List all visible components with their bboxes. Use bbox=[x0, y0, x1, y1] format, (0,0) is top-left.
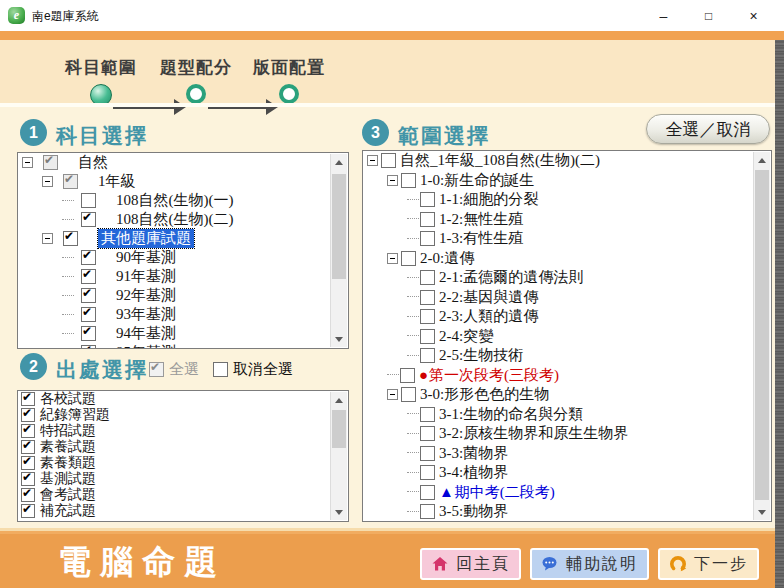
tree-node[interactable]: 108自然(生物)(一) bbox=[18, 191, 348, 210]
close-icon[interactable]: × bbox=[731, 0, 776, 31]
checkbox[interactable] bbox=[420, 485, 435, 500]
tree-node[interactable]: 其他題庫試題 bbox=[18, 229, 348, 248]
collapse-icon[interactable] bbox=[387, 389, 398, 400]
scroll-up-icon[interactable] bbox=[331, 392, 347, 408]
checkbox[interactable] bbox=[420, 348, 435, 363]
scrollbar[interactable] bbox=[330, 392, 347, 520]
checkbox[interactable] bbox=[420, 231, 435, 246]
tree-node[interactable]: 2-5:生物技術 bbox=[363, 346, 771, 366]
tree-node[interactable]: ●第一次段考(三段考) bbox=[363, 366, 771, 386]
checkbox[interactable] bbox=[420, 329, 435, 344]
tree-node[interactable]: 2-0:遺傳 bbox=[363, 249, 771, 269]
tree-node[interactable]: 93年基測 bbox=[18, 305, 348, 324]
collapse-icon[interactable] bbox=[42, 233, 53, 244]
list-item[interactable]: 會考試題 bbox=[18, 487, 348, 503]
checkbox[interactable] bbox=[81, 326, 96, 341]
checkbox[interactable] bbox=[43, 155, 58, 170]
checkbox[interactable] bbox=[401, 387, 416, 402]
checkbox[interactable] bbox=[21, 504, 35, 518]
tree-node[interactable]: 95年基測 bbox=[18, 343, 348, 349]
tree-node[interactable]: 1-3:有性生殖 bbox=[363, 229, 771, 249]
minimize-icon[interactable]: – bbox=[641, 0, 686, 31]
checkbox[interactable] bbox=[420, 446, 435, 461]
scrollbar-thumb[interactable] bbox=[755, 170, 769, 500]
checkbox[interactable] bbox=[63, 174, 78, 189]
tree-node[interactable]: 3-0:形形色色的生物 bbox=[363, 385, 771, 405]
tree-node[interactable]: 自然_1年級_108自然(生物)(二) bbox=[363, 151, 771, 171]
scroll-up-icon[interactable] bbox=[754, 152, 770, 168]
scrollbar-thumb[interactable] bbox=[332, 174, 346, 279]
checkbox[interactable] bbox=[401, 173, 416, 188]
checkbox[interactable] bbox=[21, 488, 35, 502]
checkbox[interactable] bbox=[420, 309, 435, 324]
tree-node[interactable]: 91年基測 bbox=[18, 267, 348, 286]
list-item[interactable]: 補充試題 bbox=[18, 503, 348, 519]
help-button[interactable]: 輔助說明 bbox=[530, 548, 649, 580]
tree-node[interactable]: 1-1:細胞的分裂 bbox=[363, 190, 771, 210]
scroll-down-icon[interactable] bbox=[754, 504, 770, 520]
deselect-all-checkbox[interactable] bbox=[213, 362, 228, 377]
checkbox[interactable] bbox=[420, 504, 435, 519]
checkbox[interactable] bbox=[63, 231, 78, 246]
collapse-icon[interactable] bbox=[387, 253, 398, 264]
checkbox[interactable] bbox=[81, 288, 96, 303]
checkbox[interactable] bbox=[420, 465, 435, 480]
checkbox[interactable] bbox=[381, 153, 396, 168]
collapse-icon[interactable] bbox=[22, 157, 33, 168]
list-item[interactable]: 紀錄簿習題 bbox=[18, 407, 348, 423]
tree-node[interactable]: 92年基測 bbox=[18, 286, 348, 305]
checkbox[interactable] bbox=[21, 392, 35, 406]
scroll-down-icon[interactable] bbox=[331, 504, 347, 520]
list-item[interactable]: 各校試題 bbox=[18, 391, 348, 407]
home-button[interactable]: 回主頁 bbox=[420, 548, 521, 580]
checkbox[interactable] bbox=[420, 212, 435, 227]
toggle-all-button[interactable]: 全選／取消 bbox=[646, 114, 770, 144]
checkbox[interactable] bbox=[21, 408, 35, 422]
checkbox[interactable] bbox=[420, 407, 435, 422]
tree-node[interactable]: 108自然(生物)(二) bbox=[18, 210, 348, 229]
checkbox[interactable] bbox=[81, 212, 96, 227]
checkbox[interactable] bbox=[81, 269, 96, 284]
list-item[interactable]: 素養類題 bbox=[18, 455, 348, 471]
tree-node[interactable]: 1-0:新生命的誕生 bbox=[363, 171, 771, 191]
tree-node[interactable]: 3-2:原核生物界和原生生物界 bbox=[363, 424, 771, 444]
checkbox[interactable] bbox=[81, 345, 96, 349]
tree-node[interactable]: 94年基測 bbox=[18, 324, 348, 343]
list-item[interactable]: 基測試題 bbox=[18, 471, 348, 487]
checkbox[interactable] bbox=[420, 290, 435, 305]
list-item[interactable]: 素養試題 bbox=[18, 439, 348, 455]
scroll-up-icon[interactable] bbox=[331, 154, 347, 170]
tree-node[interactable]: 2-2:基因與遺傳 bbox=[363, 288, 771, 308]
collapse-icon[interactable] bbox=[367, 155, 378, 166]
scroll-down-icon[interactable] bbox=[331, 331, 347, 347]
checkbox[interactable] bbox=[400, 368, 415, 383]
checkbox[interactable] bbox=[401, 251, 416, 266]
maximize-icon[interactable]: □ bbox=[686, 0, 731, 31]
tree-node[interactable]: 3-6:認識古代的生物 bbox=[363, 522, 771, 523]
checkbox[interactable] bbox=[420, 270, 435, 285]
checkbox[interactable] bbox=[420, 426, 435, 441]
tree-node[interactable]: 自然 bbox=[18, 153, 348, 172]
checkbox[interactable] bbox=[81, 250, 96, 265]
list-item[interactable]: 特招試題 bbox=[18, 423, 348, 439]
select-all-checkbox[interactable] bbox=[149, 362, 164, 377]
tree-node[interactable]: 90年基測 bbox=[18, 248, 348, 267]
checkbox[interactable] bbox=[420, 192, 435, 207]
tree-node[interactable]: 2-3:人類的遺傳 bbox=[363, 307, 771, 327]
tree-node[interactable]: 2-4:突變 bbox=[363, 327, 771, 347]
checkbox[interactable] bbox=[81, 307, 96, 322]
next-button[interactable]: 下一步 bbox=[658, 548, 759, 580]
tree-node[interactable]: 3-1:生物的命名與分類 bbox=[363, 405, 771, 425]
collapse-icon[interactable] bbox=[42, 176, 53, 187]
tree-node[interactable]: 3-3:菌物界 bbox=[363, 444, 771, 464]
step-1[interactable]: 科目範圍 bbox=[51, 56, 151, 106]
step-3[interactable]: 版面配置 bbox=[239, 56, 339, 104]
checkbox[interactable] bbox=[21, 424, 35, 438]
tree-node[interactable]: ▲期中考(二段考) bbox=[363, 483, 771, 503]
checkbox[interactable] bbox=[21, 472, 35, 486]
tree-node[interactable]: 3-5:動物界 bbox=[363, 502, 771, 522]
scrollbar[interactable] bbox=[753, 152, 770, 520]
tree-node[interactable]: 1-2:無性生殖 bbox=[363, 210, 771, 230]
collapse-icon[interactable] bbox=[387, 175, 398, 186]
tree-node[interactable]: 2-1:孟德爾的遺傳法則 bbox=[363, 268, 771, 288]
